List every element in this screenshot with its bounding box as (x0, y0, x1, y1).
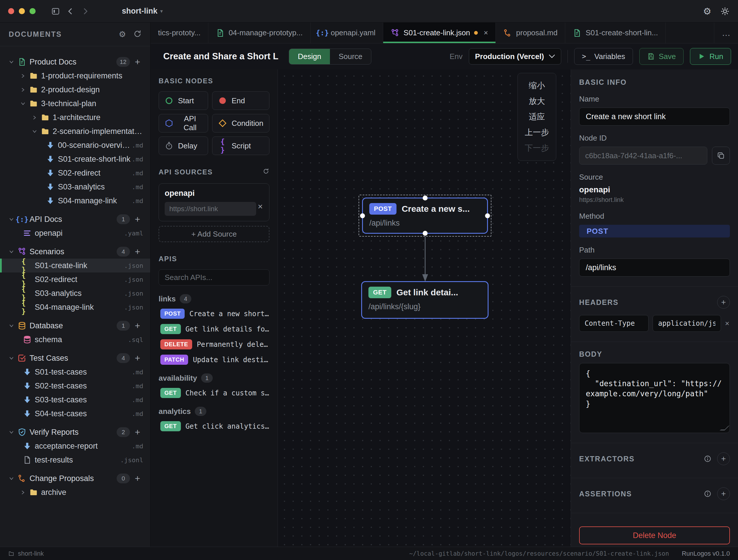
sidebar-item-2-scenario-implementation[interactable]: 2-scenario-implementation (0, 124, 150, 138)
sidebar-section-test-cases[interactable]: Test Cases4+ (0, 351, 150, 365)
add-item-button[interactable]: + (132, 214, 143, 225)
flow-node-post[interactable]: POST Create a new s... /api/links (362, 197, 488, 234)
add-header-button[interactable]: + (717, 296, 730, 309)
chevron-right-icon[interactable] (18, 490, 28, 495)
chevron-down-icon[interactable] (29, 129, 39, 134)
env-dropdown[interactable]: Production (Vercel) (469, 48, 561, 64)
zoom-menu-item-3[interactable]: 适应 (518, 109, 556, 125)
sidebar-section-api-docs[interactable]: {:}API Docs1+ (0, 212, 150, 226)
editor-tab-6[interactable]: S01-create-short-lin... (565, 23, 666, 43)
node-handle-bottom[interactable] (422, 231, 427, 236)
editor-tab-1[interactable]: tics-prototy... (150, 23, 209, 43)
node-handle-top[interactable] (422, 195, 427, 200)
api-list-item[interactable]: GETCheck if a custom slug… (158, 388, 270, 398)
design-tab[interactable]: Design (289, 49, 330, 64)
chevron-down-icon[interactable] (6, 324, 16, 328)
header-value-input[interactable] (653, 315, 721, 332)
palette-node-start[interactable]: Start (158, 91, 208, 110)
editor-tab-3[interactable]: {:}openapi.yaml (311, 23, 383, 43)
chevron-down-icon[interactable] (6, 217, 16, 222)
api-list-item[interactable]: GETGet click analytics fo… (158, 421, 270, 431)
sidebar-item-s02-redirect[interactable]: S02-redirect.md (0, 166, 150, 180)
close-tab-icon[interactable]: × (484, 28, 488, 37)
sidebar-item-s04-manage-link[interactable]: S04-manage-link.md (0, 194, 150, 208)
sidebar-item-archive[interactable]: archive (0, 485, 150, 499)
sidebar-item-schema[interactable]: schema.sql (0, 333, 150, 347)
resize-handle[interactable] (719, 425, 730, 430)
theme-sun-icon[interactable] (720, 6, 730, 16)
chevron-right-icon[interactable] (29, 115, 39, 120)
editor-tab-2[interactable]: 04-manage-prototyp... (209, 23, 311, 43)
add-item-button[interactable]: + (132, 57, 143, 67)
minimize-window-button[interactable] (19, 8, 25, 14)
zoom-menu-item-1[interactable]: 缩小 (518, 78, 556, 93)
palette-node-api-call[interactable]: API Call (158, 114, 208, 132)
source-url-input[interactable] (165, 202, 256, 216)
chevron-down-icon[interactable] (6, 476, 16, 481)
add-item-button[interactable]: + (132, 473, 143, 484)
editor-tab-4[interactable]: S01-create-link.json× (383, 23, 496, 43)
chevron-right-icon[interactable] (18, 87, 28, 92)
sidebar-item-s03-test-cases[interactable]: S03-test-cases.md (0, 393, 150, 407)
save-button[interactable]: Save (639, 48, 684, 65)
palette-node-end[interactable]: End (212, 91, 270, 110)
sidebar-item-acceptance-report[interactable]: acceptance-report.md (0, 439, 150, 453)
zoom-menu-item-4[interactable]: 上一步 (518, 125, 556, 140)
tab-overflow-button[interactable]: … (714, 23, 738, 43)
assertions-info-icon[interactable] (702, 488, 713, 499)
back-icon[interactable] (66, 6, 75, 16)
sidebar-item-2-product-design[interactable]: 2-product-design (0, 83, 150, 97)
copy-node-id-button[interactable] (712, 147, 730, 164)
run-button[interactable]: Run (690, 48, 731, 65)
sidebar-refresh-icon[interactable] (133, 30, 141, 39)
node-handle-right[interactable] (485, 213, 490, 218)
zoom-menu-item-2[interactable]: 放大 (518, 93, 556, 109)
chevron-right-icon[interactable] (18, 73, 28, 78)
sidebar-item-s03-analytics[interactable]: { }S03-analytics.json (0, 287, 150, 300)
sidebar-item-s03-analytics[interactable]: S03-analytics.md (0, 180, 150, 194)
path-input[interactable] (579, 258, 730, 276)
sidebar-item-s01-create-link[interactable]: { }S01-create-link.json (0, 258, 150, 272)
add-item-button[interactable]: + (132, 353, 143, 364)
remove-header-icon[interactable]: × (725, 319, 729, 328)
extractors-info-icon[interactable] (702, 453, 713, 464)
close-window-button[interactable] (8, 8, 14, 14)
add-item-button[interactable]: + (132, 427, 143, 438)
chevron-down-icon[interactable] (6, 60, 16, 64)
sidebar-item-test-results[interactable]: test-results.jsonl (0, 453, 150, 467)
maximize-window-button[interactable] (29, 8, 36, 14)
name-input[interactable] (579, 108, 730, 125)
chevron-down-icon[interactable] (6, 356, 16, 361)
editor-tab-5[interactable]: proposal.md (496, 23, 565, 43)
api-list-item[interactable]: DELETEPermanently delete … (158, 339, 270, 350)
palette-node-script[interactable]: { }Script (212, 136, 270, 155)
sidebar-section-verify-reports[interactable]: Verify Reports2+ (0, 425, 150, 439)
body-textarea[interactable]: { "destination_url": "https://example.co… (579, 363, 730, 433)
sidebar-toggle-icon[interactable] (51, 6, 60, 16)
add-extractor-button[interactable]: + (717, 452, 730, 465)
add-assertion-button[interactable]: + (717, 487, 730, 500)
sidebar-section-change-proposals[interactable]: Change Proposals0+ (0, 472, 150, 485)
palette-node-condition[interactable]: Condition (212, 114, 270, 132)
sidebar-section-scenarios[interactable]: Scenarios4+ (0, 245, 150, 258)
chevron-down-icon[interactable] (18, 101, 28, 106)
add-source-button[interactable]: + Add Source (158, 226, 270, 242)
palette-node-delay[interactable]: Delay (158, 136, 208, 155)
sidebar-item-s04-manage-link[interactable]: { }S04-manage-link.json (0, 300, 150, 314)
forward-icon[interactable] (80, 6, 90, 16)
flow-canvas[interactable]: 缩小放大适应上一步下一步 POST Create a new s... /api… (278, 69, 571, 547)
sidebar-item-openapi[interactable]: openapi.yaml (0, 226, 150, 240)
delete-node-button[interactable]: Delete Node (579, 526, 730, 544)
sidebar-item-s04-test-cases[interactable]: S04-test-cases.md (0, 407, 150, 421)
search-apis-input[interactable] (158, 269, 270, 286)
sidebar-item-1-architecture[interactable]: 1-architecture (0, 110, 150, 124)
sidebar-item-1-product-requirements[interactable]: 1-product-requirements (0, 69, 150, 83)
sidebar-item-s02-test-cases[interactable]: S02-test-cases.md (0, 379, 150, 393)
api-list-item[interactable]: GETGet link details for t… (158, 324, 270, 334)
variables-button[interactable]: >_ Variables (574, 48, 633, 65)
sidebar-item-3-technical-plan[interactable]: 3-technical-plan (0, 97, 150, 110)
sidebar-section-database[interactable]: Database1+ (0, 319, 150, 333)
sidebar-item-s01-test-cases[interactable]: S01-test-cases.md (0, 365, 150, 379)
remove-source-icon[interactable]: × (258, 201, 263, 211)
add-item-button[interactable]: + (132, 246, 143, 257)
